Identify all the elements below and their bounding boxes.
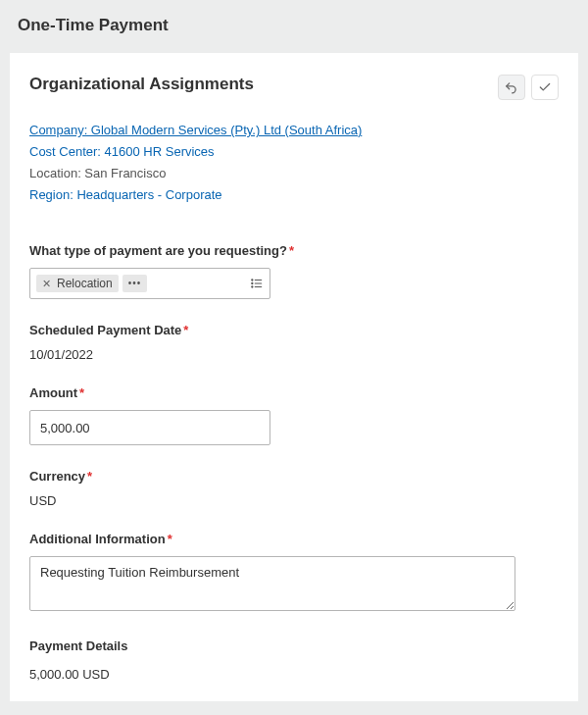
- payment-type-chip[interactable]: ✕ Relocation: [36, 275, 119, 292]
- close-icon[interactable]: ✕: [42, 278, 51, 290]
- field-amount: Amount*: [29, 385, 559, 445]
- link-region[interactable]: Region: Headquarters - Corporate: [29, 184, 559, 206]
- required-asterisk: *: [289, 243, 294, 258]
- card-title: Organizational Assignments: [29, 75, 254, 94]
- field-payment-type: What type of payment are you requesting?…: [29, 243, 559, 299]
- field-additional-info: Additional Information*: [29, 532, 559, 615]
- svg-point-2: [252, 283, 253, 284]
- svg-point-4: [252, 286, 253, 287]
- field-scheduled-date: Scheduled Payment Date* 10/01/2022: [29, 323, 559, 362]
- required-asterisk: *: [168, 532, 172, 546]
- payment-details-title: Payment Details: [29, 638, 559, 653]
- payment-type-input[interactable]: ✕ Relocation •••: [29, 268, 270, 299]
- value-currency: USD: [29, 493, 559, 508]
- text-location: Location: San Francisco: [29, 163, 559, 184]
- payment-details-value: 5,000.00 USD: [29, 667, 559, 682]
- label-payment-type: What type of payment are you requesting?…: [29, 243, 559, 258]
- page-title: One-Time Payment: [0, 10, 588, 53]
- required-asterisk: *: [79, 385, 84, 400]
- link-cost-center[interactable]: Cost Center: 41600 HR Services: [29, 141, 559, 163]
- undo-icon: [505, 80, 518, 94]
- header-actions: [498, 75, 559, 100]
- org-assignments-card: Organizational Assignments Company: Glob…: [10, 53, 578, 701]
- label-scheduled-date: Scheduled Payment Date*: [29, 323, 559, 337]
- link-company[interactable]: Company: Global Modern Services (Pty.) L…: [29, 120, 559, 141]
- required-asterisk: *: [87, 469, 92, 484]
- label-currency: Currency*: [29, 469, 559, 484]
- label-additional-info: Additional Information*: [29, 532, 559, 546]
- undo-button[interactable]: [498, 75, 525, 100]
- payment-type-value: Relocation: [57, 277, 113, 290]
- additional-info-textarea[interactable]: [29, 556, 515, 611]
- label-amount: Amount*: [29, 385, 559, 400]
- field-currency: Currency* USD: [29, 469, 559, 508]
- svg-point-0: [252, 280, 253, 281]
- list-icon[interactable]: [250, 277, 264, 290]
- amount-input[interactable]: [29, 410, 270, 445]
- value-scheduled-date: 10/01/2022: [29, 347, 559, 362]
- check-icon: [538, 80, 552, 94]
- required-asterisk: *: [183, 323, 188, 337]
- chip-more[interactable]: •••: [122, 275, 148, 292]
- org-links: Company: Global Modern Services (Pty.) L…: [29, 120, 559, 206]
- confirm-button[interactable]: [531, 75, 559, 100]
- card-header: Organizational Assignments: [29, 75, 559, 100]
